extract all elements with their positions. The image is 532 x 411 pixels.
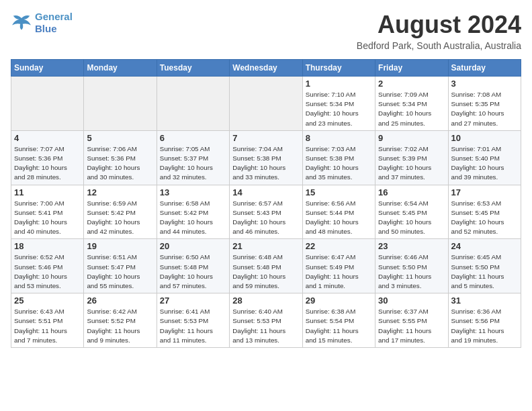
day-info: Sunrise: 7:10 AM Sunset: 5:34 PM Dayligh…	[306, 90, 372, 128]
day-number: 6	[160, 133, 226, 143]
day-info: Sunrise: 6:59 AM Sunset: 5:42 PM Dayligh…	[87, 199, 153, 237]
calendar-cell: 21Sunrise: 6:48 AM Sunset: 5:48 PM Dayli…	[230, 239, 302, 293]
calendar-cell: 18Sunrise: 6:52 AM Sunset: 5:46 PM Dayli…	[11, 239, 84, 293]
day-number: 25	[14, 295, 81, 306]
page-header: General Blue August 2024 Bedford Park, S…	[11, 11, 521, 51]
calendar-header-row: SundayMondayTuesdayWednesdayThursdayFrid…	[11, 60, 521, 77]
calendar-cell: 12Sunrise: 6:59 AM Sunset: 5:42 PM Dayli…	[84, 185, 157, 239]
day-number: 8	[306, 133, 372, 143]
calendar-table: SundayMondayTuesdayWednesdayThursdayFrid…	[11, 59, 521, 348]
logo-text: General Blue	[35, 11, 73, 35]
calendar-cell: 20Sunrise: 6:50 AM Sunset: 5:48 PM Dayli…	[157, 239, 229, 293]
logo-icon	[11, 13, 32, 32]
day-info: Sunrise: 7:09 AM Sunset: 5:34 PM Dayligh…	[378, 90, 445, 128]
day-number: 11	[14, 187, 81, 197]
day-info: Sunrise: 6:46 AM Sunset: 5:50 PM Dayligh…	[378, 253, 445, 291]
day-number: 27	[160, 295, 226, 306]
month-title: August 2024	[357, 11, 521, 39]
calendar-cell: 13Sunrise: 6:58 AM Sunset: 5:42 PM Dayli…	[157, 185, 229, 239]
calendar-cell: 17Sunrise: 6:53 AM Sunset: 5:45 PM Dayli…	[448, 185, 521, 239]
day-info: Sunrise: 6:36 AM Sunset: 5:56 PM Dayligh…	[451, 307, 518, 345]
day-number: 15	[306, 187, 372, 197]
weekday-header-tuesday: Tuesday	[157, 60, 229, 77]
calendar-cell: 31Sunrise: 6:36 AM Sunset: 5:56 PM Dayli…	[448, 293, 521, 348]
day-number: 1	[306, 79, 372, 89]
calendar-cell: 23Sunrise: 6:46 AM Sunset: 5:50 PM Dayli…	[375, 239, 448, 293]
day-number: 13	[160, 187, 226, 197]
day-number: 22	[306, 241, 372, 251]
calendar-week-5: 25Sunrise: 6:43 AM Sunset: 5:51 PM Dayli…	[11, 293, 521, 348]
calendar-cell: 3Sunrise: 7:08 AM Sunset: 5:35 PM Daylig…	[448, 77, 521, 131]
calendar-cell: 4Sunrise: 7:07 AM Sunset: 5:36 PM Daylig…	[11, 130, 84, 185]
calendar-week-3: 11Sunrise: 7:00 AM Sunset: 5:41 PM Dayli…	[11, 185, 521, 239]
day-info: Sunrise: 7:08 AM Sunset: 5:35 PM Dayligh…	[451, 90, 518, 128]
day-info: Sunrise: 7:07 AM Sunset: 5:36 PM Dayligh…	[14, 144, 81, 183]
weekday-header-saturday: Saturday	[448, 60, 521, 77]
day-info: Sunrise: 6:48 AM Sunset: 5:48 PM Dayligh…	[232, 253, 299, 291]
day-info: Sunrise: 6:57 AM Sunset: 5:43 PM Dayligh…	[232, 199, 299, 237]
day-info: Sunrise: 7:00 AM Sunset: 5:41 PM Dayligh…	[14, 199, 81, 237]
day-info: Sunrise: 6:40 AM Sunset: 5:53 PM Dayligh…	[232, 307, 299, 345]
weekday-header-wednesday: Wednesday	[230, 60, 302, 77]
calendar-week-2: 4Sunrise: 7:07 AM Sunset: 5:36 PM Daylig…	[11, 130, 521, 185]
day-info: Sunrise: 6:53 AM Sunset: 5:45 PM Dayligh…	[451, 199, 518, 237]
calendar-cell	[230, 77, 302, 131]
calendar-cell: 27Sunrise: 6:41 AM Sunset: 5:53 PM Dayli…	[157, 293, 229, 348]
title-block: August 2024 Bedford Park, South Australi…	[357, 11, 521, 51]
day-number: 20	[160, 241, 226, 251]
day-info: Sunrise: 7:01 AM Sunset: 5:40 PM Dayligh…	[451, 144, 518, 183]
day-info: Sunrise: 6:51 AM Sunset: 5:47 PM Dayligh…	[87, 253, 153, 291]
calendar-cell: 29Sunrise: 6:38 AM Sunset: 5:54 PM Dayli…	[302, 293, 375, 348]
calendar-cell: 1Sunrise: 7:10 AM Sunset: 5:34 PM Daylig…	[302, 77, 375, 131]
day-info: Sunrise: 6:50 AM Sunset: 5:48 PM Dayligh…	[160, 253, 226, 291]
day-number: 17	[451, 187, 518, 197]
day-info: Sunrise: 6:56 AM Sunset: 5:44 PM Dayligh…	[306, 199, 372, 237]
day-number: 18	[14, 241, 81, 251]
location-subtitle: Bedford Park, South Australia, Australia	[357, 40, 521, 51]
day-info: Sunrise: 6:37 AM Sunset: 5:55 PM Dayligh…	[378, 307, 445, 345]
weekday-header-sunday: Sunday	[11, 60, 84, 77]
day-number: 26	[87, 295, 153, 306]
calendar-cell: 15Sunrise: 6:56 AM Sunset: 5:44 PM Dayli…	[302, 185, 375, 239]
calendar-cell: 10Sunrise: 7:01 AM Sunset: 5:40 PM Dayli…	[448, 130, 521, 185]
calendar-cell: 6Sunrise: 7:05 AM Sunset: 5:37 PM Daylig…	[157, 130, 229, 185]
calendar-cell	[157, 77, 229, 131]
day-number: 10	[451, 133, 518, 143]
day-number: 14	[232, 187, 299, 197]
day-info: Sunrise: 7:03 AM Sunset: 5:38 PM Dayligh…	[306, 144, 372, 183]
calendar-cell	[84, 77, 157, 131]
day-info: Sunrise: 6:52 AM Sunset: 5:46 PM Dayligh…	[14, 253, 81, 291]
calendar-cell: 26Sunrise: 6:42 AM Sunset: 5:52 PM Dayli…	[84, 293, 157, 348]
day-number: 5	[87, 133, 153, 143]
calendar-cell: 30Sunrise: 6:37 AM Sunset: 5:55 PM Dayli…	[375, 293, 448, 348]
day-number: 29	[306, 295, 372, 306]
weekday-header-monday: Monday	[84, 60, 157, 77]
day-number: 28	[232, 295, 299, 306]
day-info: Sunrise: 6:41 AM Sunset: 5:53 PM Dayligh…	[160, 307, 226, 345]
day-number: 4	[14, 133, 81, 143]
day-info: Sunrise: 6:45 AM Sunset: 5:50 PM Dayligh…	[451, 253, 518, 291]
calendar-cell: 8Sunrise: 7:03 AM Sunset: 5:38 PM Daylig…	[302, 130, 375, 185]
day-info: Sunrise: 6:42 AM Sunset: 5:52 PM Dayligh…	[87, 307, 153, 345]
day-info: Sunrise: 6:47 AM Sunset: 5:49 PM Dayligh…	[306, 253, 372, 291]
logo: General Blue	[11, 11, 73, 35]
calendar-cell: 11Sunrise: 7:00 AM Sunset: 5:41 PM Dayli…	[11, 185, 84, 239]
day-number: 9	[378, 133, 445, 143]
calendar-cell	[11, 77, 84, 131]
calendar-week-1: 1Sunrise: 7:10 AM Sunset: 5:34 PM Daylig…	[11, 77, 521, 131]
day-number: 3	[451, 79, 518, 89]
day-info: Sunrise: 6:38 AM Sunset: 5:54 PM Dayligh…	[306, 307, 372, 345]
calendar-cell: 22Sunrise: 6:47 AM Sunset: 5:49 PM Dayli…	[302, 239, 375, 293]
day-info: Sunrise: 6:58 AM Sunset: 5:42 PM Dayligh…	[160, 199, 226, 237]
calendar-cell: 24Sunrise: 6:45 AM Sunset: 5:50 PM Dayli…	[448, 239, 521, 293]
day-number: 7	[232, 133, 299, 143]
day-number: 16	[378, 187, 445, 197]
calendar-cell: 19Sunrise: 6:51 AM Sunset: 5:47 PM Dayli…	[84, 239, 157, 293]
day-number: 31	[451, 295, 518, 306]
calendar-cell: 16Sunrise: 6:54 AM Sunset: 5:45 PM Dayli…	[375, 185, 448, 239]
weekday-header-thursday: Thursday	[302, 60, 375, 77]
day-info: Sunrise: 6:54 AM Sunset: 5:45 PM Dayligh…	[378, 199, 445, 237]
calendar-cell: 14Sunrise: 6:57 AM Sunset: 5:43 PM Dayli…	[230, 185, 302, 239]
day-number: 2	[378, 79, 445, 89]
day-info: Sunrise: 7:05 AM Sunset: 5:37 PM Dayligh…	[160, 144, 226, 183]
